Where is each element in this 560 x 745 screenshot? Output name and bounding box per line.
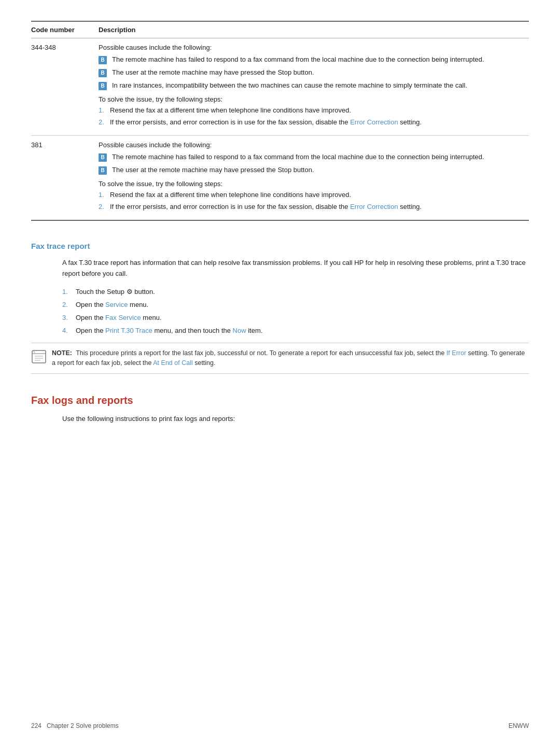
trace-step-4-text: Open the Print T.30 Trace menu, and then… [76,327,262,334]
service-link[interactable]: Service [105,301,128,308]
possible-causes-label-0: Possible causes include the following: [99,44,523,51]
error-correction-link-0-1[interactable]: Error Correction [350,118,398,126]
footer-page-chapter: 224 Chapter 2 Solve problems [31,722,119,729]
bullet-item-1-0: BThe remote machine has failed to respon… [99,153,523,162]
error-correction-link-1-1[interactable]: Error Correction [350,203,398,210]
trace-step-1: 1. Touch the Setup ⚙ button. [62,288,529,296]
fax-trace-section: Fax trace report A fax T.30 trace report… [31,242,529,374]
note-icon: ✎ [31,348,52,367]
bullet-b-icon: B [99,166,107,175]
bullet-b-icon: B [99,69,107,77]
col-desc-header: Description [99,21,529,38]
bullet-b-icon: B [99,82,107,90]
to-solve-label-0: To solve the issue, try the following st… [99,95,523,103]
fax-trace-heading: Fax trace report [31,242,529,250]
step-text: Resend the fax at a different time when … [110,106,351,114]
note-label: NOTE: [52,349,72,357]
step-text: Resend the fax at a different time when … [110,191,351,199]
fax-trace-intro: A fax T.30 trace report has information … [62,258,529,279]
step-item-1-1: 2.If the error persists, and error corre… [99,203,523,210]
code-cell-0: 344-348 [31,38,99,136]
trace-step-4: 4. Open the Print T.30 Trace menu, and t… [62,327,529,334]
bullet-text: In rare instances, incompatibility betwe… [112,81,467,89]
trace-step-1-text: Touch the Setup ⚙ button. [76,288,155,296]
desc-cell-0: Possible causes include the following:BT… [99,38,529,136]
bullet-b-icon: B [99,153,107,162]
trace-step-3-num: 3. [62,314,76,321]
note-text: NOTE: This procedure prints a report for… [52,348,529,369]
trace-step-2-num: 2. [62,301,76,308]
error-code-table: Code number Description 344-348Possible … [31,21,529,221]
now-link[interactable]: Now [233,327,246,334]
steps-list-0: 1.Resend the fax at a different time whe… [99,106,523,126]
bullet-list-0: BThe remote machine has failed to respon… [99,55,523,90]
trace-step-1-num: 1. [62,288,76,296]
possible-causes-label-1: Possible causes include the following: [99,141,523,149]
footer-chapter: Chapter 2 Solve problems [47,722,119,729]
print-t30-link[interactable]: Print T.30 Trace [105,327,152,334]
steps-list-1: 1.Resend the fax at a different time whe… [99,191,523,210]
col-code-header: Code number [31,21,99,38]
bullet-b-icon: B [99,56,107,64]
bullet-item-0-0: BThe remote machine has failed to respon… [99,55,523,64]
footer-locale: ENWW [509,722,529,729]
code-cell-1: 381 [31,136,99,221]
bullet-item-0-1: BThe user at the remote machine may have… [99,68,523,77]
note-box: ✎ NOTE: This procedure prints a report f… [31,343,529,374]
setup-icon: ⚙ [127,288,133,296]
fax-logs-intro: Use the following instructions to print … [62,414,529,425]
step-item-0-0: 1.Resend the fax at a different time whe… [99,106,523,114]
step-num: 2. [99,203,110,210]
step-num: 2. [99,118,110,126]
desc-cell-1: Possible causes include the following:BT… [99,136,529,221]
footer-page-num: 224 [31,722,41,729]
step-num: 1. [99,191,110,199]
step-text: If the error persists, and error correct… [110,203,422,210]
fax-trace-steps-list: 1. Touch the Setup ⚙ button. 2. Open the… [62,288,529,334]
bullet-text: The remote machine has failed to respond… [112,55,484,63]
bullet-text: The user at the remote machine may have … [112,166,314,174]
trace-step-2: 2. Open the Service menu. [62,301,529,308]
step-text: If the error persists, and error correct… [110,118,422,126]
trace-step-3-text: Open the Fax Service menu. [76,314,162,321]
if-error-link[interactable]: If Error [446,349,466,357]
fax-service-link[interactable]: Fax Service [105,314,141,321]
bullet-item-1-1: BThe user at the remote machine may have… [99,166,523,175]
trace-step-4-num: 4. [62,327,76,334]
at-end-of-call-link[interactable]: At End of Call [153,359,192,367]
step-item-0-1: 2.If the error persists, and error corre… [99,118,523,126]
bullet-text: The user at the remote machine may have … [112,68,314,76]
trace-step-3: 3. Open the Fax Service menu. [62,314,529,321]
bullet-text: The remote machine has failed to respond… [112,153,484,161]
to-solve-label-1: To solve the issue, try the following st… [99,180,523,188]
bullet-item-0-2: BIn rare instances, incompatibility betw… [99,81,523,90]
fax-logs-heading: Fax logs and reports [31,395,529,406]
page-footer: 224 Chapter 2 Solve problems ENWW [31,722,529,729]
step-item-1-0: 1.Resend the fax at a different time whe… [99,191,523,199]
trace-step-2-text: Open the Service menu. [76,301,148,308]
bullet-list-1: BThe remote machine has failed to respon… [99,153,523,175]
fax-logs-section: Fax logs and reports Use the following i… [31,395,529,425]
step-num: 1. [99,106,110,114]
svg-text:✎: ✎ [33,350,35,354]
